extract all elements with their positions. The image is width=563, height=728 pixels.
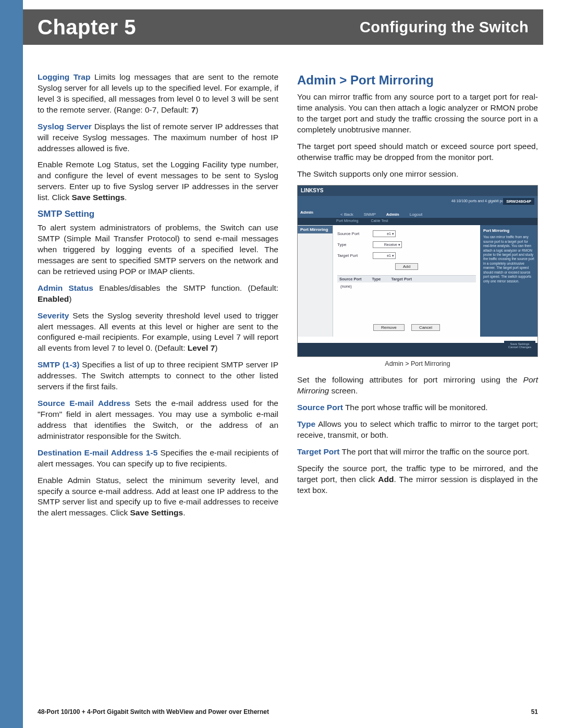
ui-th-source: Source Port xyxy=(339,277,362,281)
para-dest-email: Destination E-mail Address 1-5 Specifies… xyxy=(38,448,278,470)
ui-tab-logout[interactable]: Logout xyxy=(406,211,426,218)
ui-submenu: Port Mirroring Cable Test xyxy=(298,218,537,225)
para-set-attrs: Set the following attributes for port mi… xyxy=(297,375,538,397)
ui-main-panel: Source Port e1 Type Receive Target Port … xyxy=(333,225,480,337)
term-source-email: Source E-mail Address xyxy=(38,399,130,408)
para-specify: Specify the source port, the traffic typ… xyxy=(297,463,538,496)
para-smtp-intro: To alert system administrators of proble… xyxy=(38,223,278,277)
ui-table-header: Source Port Type Target Port xyxy=(337,276,476,282)
footer-product: 48-Port 10/100 + 4-Port Gigabit Switch w… xyxy=(38,708,269,715)
chapter-title: Configuring the Switch xyxy=(360,19,529,36)
ui-model-badge: SRW248G4P xyxy=(503,198,534,205)
ui-menu-cable[interactable]: Cable Test xyxy=(371,219,388,225)
para-admin-status: Admin Status Enables/disables the SMTP f… xyxy=(38,283,278,305)
ui-save-box[interactable]: Save Settings Cancel Changes xyxy=(504,341,535,354)
ui-td-none: (none) xyxy=(337,282,476,290)
ui-tab-back[interactable]: < Back xyxy=(336,211,358,218)
ui-add-button[interactable]: Add xyxy=(395,263,418,270)
para-mirror-speed: The target port speed should match or ex… xyxy=(297,141,538,163)
ui-cancel-button[interactable]: Cancel xyxy=(411,324,440,331)
ui-body: Port Mirroring Source Port e1 Type Recei… xyxy=(298,225,537,337)
port-mirroring-screenshot: LINKSYS 48 10/100 ports and 4 gigabit po… xyxy=(297,185,538,357)
page-footer: 48-Port 10/100 + 4-Port Gigabit Switch w… xyxy=(38,708,538,715)
ui-tabs: Admin < Back SNMP Admin Logout xyxy=(298,208,537,218)
ui-help-panel: Port Mirroring You can mirror traffic fr… xyxy=(480,225,537,337)
ui-select-target[interactable]: e1 xyxy=(373,252,396,259)
ui-side-admin: Admin xyxy=(298,208,333,218)
term-syslog-server: Syslog Server xyxy=(38,122,92,131)
ui-help-body: You can mirror traffic from any source p… xyxy=(483,235,534,282)
ui-select-type[interactable]: Receive xyxy=(373,241,402,248)
term-smtp13: SMTP (1-3) xyxy=(38,360,79,369)
right-column: Admin > Port Mirroring You can mirror tr… xyxy=(297,72,538,524)
page-number: 51 xyxy=(531,708,538,715)
para-mirror-one: The Switch supports only one mirror sess… xyxy=(297,169,538,180)
page-content: Logging Trap Limits log messages that ar… xyxy=(38,72,538,524)
term-type: Type xyxy=(297,419,315,428)
para-severity: Severity Sets the Syslog severity thresh… xyxy=(38,311,278,354)
ui-label-target: Target Port xyxy=(337,253,369,258)
ui-th-target: Target Port xyxy=(391,277,411,281)
ui-bottom-bar xyxy=(298,343,537,356)
para-logging-trap: Logging Trap Limits log messages that ar… xyxy=(38,72,278,116)
smtp-heading: SMTP Setting xyxy=(38,209,278,219)
chapter-number: Chapter 5 xyxy=(38,16,136,39)
ui-sidebar: Port Mirroring xyxy=(298,225,333,337)
ui-foot-buttons: Remove Cancel xyxy=(337,324,476,331)
para-smtp13: SMTP (1-3) Specifies a list of up to thr… xyxy=(38,360,278,392)
ui-help-title: Port Mirroring xyxy=(483,228,534,233)
para-enable-remote: Enable Remote Log Status, set the Loggin… xyxy=(38,159,278,203)
ui-tagline-bar: 48 10/100 ports and 4 gigabit ports with… xyxy=(298,196,537,208)
para-enable-admin: Enable Admin Status, select the minimum … xyxy=(38,475,278,519)
term-target-port: Target Port xyxy=(297,447,340,456)
term-source-port: Source Port xyxy=(297,403,343,412)
ui-cancel-label: Cancel Changes xyxy=(504,346,535,349)
para-target-port: Target Port The port that will mirror th… xyxy=(297,447,538,458)
ui-row-target: Target Port e1 xyxy=(337,252,476,259)
ui-row-source: Source Port e1 xyxy=(337,230,476,237)
term-dest-email: Destination E-mail Address 1-5 xyxy=(38,448,157,457)
ui-brand: LINKSYS xyxy=(298,186,537,196)
ui-select-source[interactable]: e1 xyxy=(373,230,396,237)
ui-th-type: Type xyxy=(372,277,381,281)
term-severity: Severity xyxy=(38,311,69,320)
ui-tab-snmp[interactable]: SNMP xyxy=(360,211,380,218)
port-mirroring-heading: Admin > Port Mirroring xyxy=(297,73,538,88)
para-type: Type Allows you to select which traffic … xyxy=(297,419,538,441)
ui-label-type: Type xyxy=(337,242,369,247)
ui-menu-pm[interactable]: Port Mirroring xyxy=(336,219,358,225)
term-admin-status: Admin Status xyxy=(38,283,93,292)
chapter-header: Chapter 5 Configuring the Switch xyxy=(23,9,543,45)
ui-side-item[interactable]: Port Mirroring xyxy=(298,226,333,233)
para-syslog-server: Syslog Server Displays the list of remot… xyxy=(38,121,278,154)
screenshot-caption: Admin > Port Mirroring xyxy=(297,360,538,367)
para-source-email: Source E-mail Address Sets the e-mail ad… xyxy=(38,398,278,442)
left-column: Logging Trap Limits log messages that ar… xyxy=(38,72,278,524)
ui-label-source: Source Port xyxy=(337,231,369,236)
ui-row-type: Type Receive xyxy=(337,241,476,248)
para-source-port: Source Port The port whose traffic will … xyxy=(297,402,538,413)
ui-remove-button[interactable]: Remove xyxy=(373,324,405,331)
ui-session-table: Source Port Type Target Port (none) xyxy=(337,275,476,320)
ui-tab-admin[interactable]: Admin xyxy=(382,211,403,218)
para-mirror-intro: You can mirror traffic from any source p… xyxy=(297,92,538,135)
term-logging-trap: Logging Trap xyxy=(38,72,90,81)
left-stripe xyxy=(0,0,23,728)
